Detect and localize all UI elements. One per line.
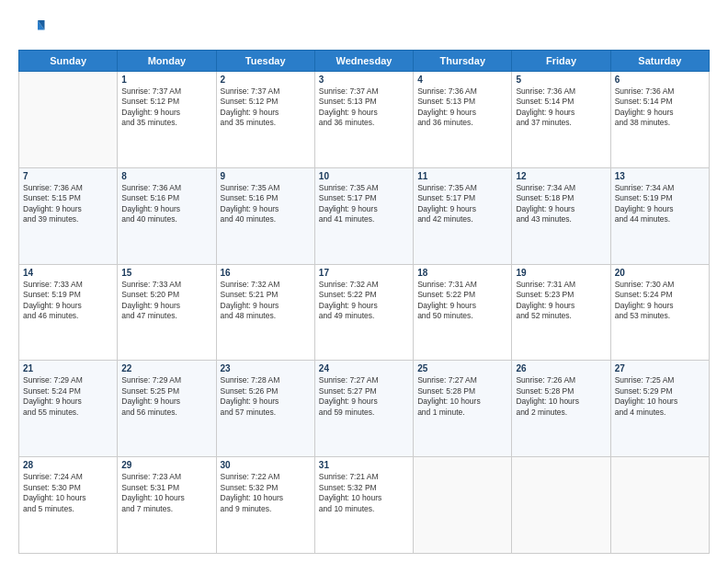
logo (18, 15, 50, 42)
calendar-cell: 9Sunrise: 7:35 AMSunset: 5:16 PMDaylight… (216, 167, 314, 264)
calendar-cell: 10Sunrise: 7:35 AMSunset: 5:17 PMDayligh… (314, 167, 413, 264)
day-info: Sunrise: 7:36 AMSunset: 5:16 PMDaylight:… (121, 183, 211, 225)
calendar-cell: 14Sunrise: 7:33 AMSunset: 5:19 PMDayligh… (19, 264, 118, 361)
day-number: 13 (615, 171, 705, 181)
calendar-cell: 17Sunrise: 7:32 AMSunset: 5:22 PMDayligh… (314, 264, 413, 361)
day-info: Sunrise: 7:28 AMSunset: 5:26 PMDaylight:… (221, 375, 311, 418)
logo-icon (18, 15, 46, 42)
calendar-week-row: 14Sunrise: 7:33 AMSunset: 5:19 PMDayligh… (19, 264, 710, 361)
calendar-cell: 12Sunrise: 7:34 AMSunset: 5:18 PMDayligh… (512, 167, 610, 264)
calendar-week-row: 1Sunrise: 7:37 AMSunset: 5:12 PMDaylight… (19, 72, 710, 168)
day-number: 14 (23, 268, 113, 278)
day-info: Sunrise: 7:32 AMSunset: 5:21 PMDaylight:… (221, 280, 311, 322)
day-info: Sunrise: 7:31 AMSunset: 5:23 PMDaylight:… (516, 280, 606, 322)
calendar-cell (414, 457, 512, 554)
day-number: 1 (121, 75, 211, 85)
day-info: Sunrise: 7:25 AMSunset: 5:29 PMDaylight:… (615, 375, 705, 418)
day-number: 29 (121, 460, 211, 470)
calendar-cell: 2Sunrise: 7:37 AMSunset: 5:12 PMDaylight… (216, 72, 314, 168)
weekday-header: Monday (118, 51, 216, 72)
day-number: 20 (615, 268, 705, 278)
day-number: 21 (23, 363, 113, 373)
weekday-header: Thursday (414, 51, 512, 72)
day-number: 24 (319, 363, 409, 373)
day-info: Sunrise: 7:35 AMSunset: 5:17 PMDaylight:… (319, 183, 409, 225)
calendar-week-row: 28Sunrise: 7:24 AMSunset: 5:30 PMDayligh… (19, 457, 710, 554)
day-number: 2 (221, 75, 311, 85)
calendar-cell: 13Sunrise: 7:34 AMSunset: 5:19 PMDayligh… (610, 167, 709, 264)
calendar-cell: 8Sunrise: 7:36 AMSunset: 5:16 PMDaylight… (118, 167, 216, 264)
calendar-cell: 30Sunrise: 7:22 AMSunset: 5:32 PMDayligh… (216, 457, 314, 554)
day-info: Sunrise: 7:35 AMSunset: 5:16 PMDaylight:… (221, 183, 311, 225)
calendar-cell: 29Sunrise: 7:23 AMSunset: 5:31 PMDayligh… (118, 457, 216, 554)
day-info: Sunrise: 7:21 AMSunset: 5:32 PMDaylight:… (319, 472, 409, 514)
day-info: Sunrise: 7:37 AMSunset: 5:12 PMDaylight:… (221, 86, 311, 129)
calendar-cell: 5Sunrise: 7:36 AMSunset: 5:14 PMDaylight… (512, 72, 610, 168)
calendar-cell: 21Sunrise: 7:29 AMSunset: 5:24 PMDayligh… (19, 361, 118, 457)
calendar-cell: 24Sunrise: 7:27 AMSunset: 5:27 PMDayligh… (314, 361, 413, 457)
calendar-cell: 18Sunrise: 7:31 AMSunset: 5:22 PMDayligh… (414, 264, 512, 361)
weekday-header: Friday (512, 51, 610, 72)
day-number: 25 (417, 363, 507, 373)
day-number: 23 (221, 363, 311, 373)
day-number: 11 (417, 171, 507, 181)
calendar-cell: 26Sunrise: 7:26 AMSunset: 5:28 PMDayligh… (512, 361, 610, 457)
calendar-cell: 11Sunrise: 7:35 AMSunset: 5:17 PMDayligh… (414, 167, 512, 264)
day-info: Sunrise: 7:24 AMSunset: 5:30 PMDaylight:… (23, 472, 113, 514)
weekday-header: Wednesday (314, 51, 413, 72)
calendar-cell (512, 457, 610, 554)
day-number: 17 (319, 268, 409, 278)
weekday-row: SundayMondayTuesdayWednesdayThursdayFrid… (19, 51, 710, 72)
day-info: Sunrise: 7:34 AMSunset: 5:18 PMDaylight:… (516, 183, 606, 225)
calendar-cell: 25Sunrise: 7:27 AMSunset: 5:28 PMDayligh… (414, 361, 512, 457)
day-info: Sunrise: 7:37 AMSunset: 5:13 PMDaylight:… (319, 86, 409, 129)
page: SundayMondayTuesdayWednesdayThursdayFrid… (0, 0, 728, 563)
calendar-cell: 27Sunrise: 7:25 AMSunset: 5:29 PMDayligh… (610, 361, 709, 457)
day-number: 10 (319, 171, 409, 181)
calendar-cell (610, 457, 709, 554)
calendar-cell: 3Sunrise: 7:37 AMSunset: 5:13 PMDaylight… (314, 72, 413, 168)
day-number: 26 (516, 363, 606, 373)
day-info: Sunrise: 7:27 AMSunset: 5:28 PMDaylight:… (417, 375, 507, 418)
day-info: Sunrise: 7:30 AMSunset: 5:24 PMDaylight:… (615, 280, 705, 322)
day-number: 4 (417, 75, 507, 85)
calendar-cell: 7Sunrise: 7:36 AMSunset: 5:15 PMDaylight… (19, 167, 118, 264)
day-info: Sunrise: 7:33 AMSunset: 5:19 PMDaylight:… (23, 280, 113, 322)
day-number: 28 (23, 460, 113, 470)
day-info: Sunrise: 7:36 AMSunset: 5:13 PMDaylight:… (417, 86, 507, 129)
day-info: Sunrise: 7:33 AMSunset: 5:20 PMDaylight:… (121, 280, 211, 322)
weekday-header: Saturday (610, 51, 709, 72)
day-info: Sunrise: 7:35 AMSunset: 5:17 PMDaylight:… (417, 183, 507, 225)
calendar-week-row: 21Sunrise: 7:29 AMSunset: 5:24 PMDayligh… (19, 361, 710, 457)
day-number: 3 (319, 75, 409, 85)
calendar-week-row: 7Sunrise: 7:36 AMSunset: 5:15 PMDaylight… (19, 167, 710, 264)
calendar-cell: 4Sunrise: 7:36 AMSunset: 5:13 PMDaylight… (414, 72, 512, 168)
day-number: 31 (319, 460, 409, 470)
calendar-table: SundayMondayTuesdayWednesdayThursdayFrid… (18, 50, 710, 554)
calendar-cell: 15Sunrise: 7:33 AMSunset: 5:20 PMDayligh… (118, 264, 216, 361)
day-number: 22 (121, 363, 211, 373)
day-info: Sunrise: 7:22 AMSunset: 5:32 PMDaylight:… (221, 472, 311, 514)
calendar-cell (19, 72, 118, 168)
day-info: Sunrise: 7:29 AMSunset: 5:25 PMDaylight:… (121, 375, 211, 418)
day-info: Sunrise: 7:36 AMSunset: 5:14 PMDaylight:… (516, 86, 606, 129)
day-info: Sunrise: 7:27 AMSunset: 5:27 PMDaylight:… (319, 375, 409, 418)
day-number: 27 (615, 363, 705, 373)
day-info: Sunrise: 7:36 AMSunset: 5:15 PMDaylight:… (23, 183, 113, 225)
calendar-cell: 19Sunrise: 7:31 AMSunset: 5:23 PMDayligh… (512, 264, 610, 361)
day-info: Sunrise: 7:34 AMSunset: 5:19 PMDaylight:… (615, 183, 705, 225)
day-number: 12 (516, 171, 606, 181)
day-number: 9 (221, 171, 311, 181)
day-info: Sunrise: 7:26 AMSunset: 5:28 PMDaylight:… (516, 375, 606, 418)
calendar-cell: 22Sunrise: 7:29 AMSunset: 5:25 PMDayligh… (118, 361, 216, 457)
day-info: Sunrise: 7:29 AMSunset: 5:24 PMDaylight:… (23, 375, 113, 418)
day-number: 8 (121, 171, 211, 181)
header (18, 15, 710, 42)
day-info: Sunrise: 7:32 AMSunset: 5:22 PMDaylight:… (319, 280, 409, 322)
calendar-cell: 28Sunrise: 7:24 AMSunset: 5:30 PMDayligh… (19, 457, 118, 554)
weekday-header: Sunday (19, 51, 118, 72)
calendar-cell: 20Sunrise: 7:30 AMSunset: 5:24 PMDayligh… (610, 264, 709, 361)
day-number: 30 (221, 460, 311, 470)
day-number: 7 (23, 171, 113, 181)
day-number: 18 (417, 268, 507, 278)
